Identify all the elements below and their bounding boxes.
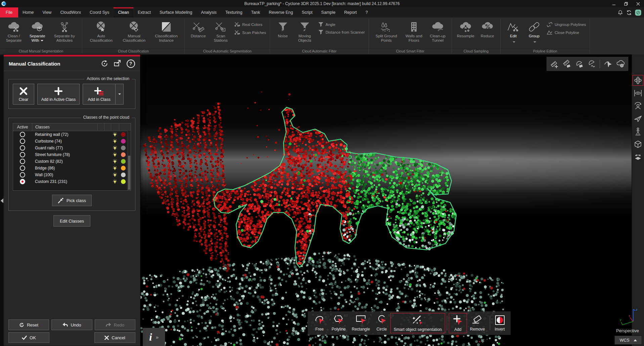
visibility-bulb-icon[interactable]: [113, 139, 117, 144]
add-in-active-class-button[interactable]: Add in Active Class: [37, 84, 80, 105]
tab-cloudworx[interactable]: CloudWorx: [56, 7, 85, 17]
radio-unselected[interactable]: [20, 172, 25, 178]
tab-texturing[interactable]: Texturing: [221, 7, 247, 17]
projection-label[interactable]: Perspective: [612, 328, 643, 333]
tab-clean[interactable]: Clean: [114, 7, 133, 17]
pick-class-button[interactable]: Pick class: [52, 195, 92, 206]
split-ground-points-button[interactable]: Split Ground Points: [371, 19, 401, 43]
look-around-button[interactable]: [633, 101, 643, 111]
class-row[interactable]: Curbstone (74): [13, 138, 131, 145]
radio-unselected[interactable]: [20, 132, 25, 137]
class-row[interactable]: Bridge (86): [13, 165, 131, 171]
constrained-orbit-button[interactable]: [633, 88, 643, 98]
class-row[interactable]: Guard rails (77): [13, 145, 131, 151]
radio-unselected[interactable]: [20, 152, 25, 157]
walk-mode-button[interactable]: [633, 126, 643, 137]
class-row-active[interactable]: Custom 231 (231): [13, 178, 131, 185]
distance-from-scanner-button[interactable]: Distance from Scanner: [318, 30, 365, 35]
moving-objects-button[interactable]: Moving Objects: [293, 19, 316, 43]
group-polylines-button[interactable]: Group: [524, 19, 545, 45]
notifications-bell-icon[interactable]: [617, 10, 623, 15]
edit-classes-button[interactable]: Edit Classes: [53, 215, 90, 227]
class-row[interactable]: Retaining wall (72): [13, 131, 131, 138]
class-color-swatch[interactable]: [121, 179, 126, 184]
tab-home[interactable]: Home: [18, 7, 38, 17]
manual-classification-button[interactable]: Manual Classification: [118, 19, 151, 43]
tab-coord-sys[interactable]: Coord Sys: [85, 7, 114, 17]
noise-button[interactable]: Noise: [272, 19, 293, 39]
turntable-button[interactable]: [633, 152, 643, 162]
tab-script[interactable]: Script: [297, 7, 317, 17]
panel-collapse-arrow[interactable]: [1, 198, 3, 203]
add-in-class-button[interactable]: Add in Class: [83, 84, 116, 105]
pick-polyline-icon[interactable]: [603, 59, 613, 69]
tab-file[interactable]: File: [0, 7, 18, 17]
radio-selected[interactable]: [20, 179, 25, 184]
minimize-button[interactable]: [608, 0, 620, 7]
classification-instance-button[interactable]: Classification Instance: [151, 19, 182, 43]
info-button[interactable]: i »: [143, 328, 165, 346]
wcs-dropdown[interactable]: WCS: [614, 336, 642, 345]
tool-invert[interactable]: Invert: [492, 313, 508, 333]
reset-button[interactable]: Reset: [8, 319, 49, 330]
assistant-icon[interactable]: [635, 9, 641, 16]
undo-button[interactable]: Undo: [51, 319, 92, 330]
angle-filter-button[interactable]: Angle: [318, 22, 365, 27]
visibility-bulb-icon[interactable]: [113, 146, 117, 150]
visibility-bulb-icon[interactable]: [113, 152, 117, 157]
erase-angle-measure-icon[interactable]: [574, 59, 585, 69]
clear-selection-button[interactable]: Clear: [13, 84, 34, 105]
auto-classification-button[interactable]: Auto Classification: [85, 19, 118, 43]
tab-help[interactable]: ?: [361, 7, 372, 17]
erase-distance-measure-icon[interactable]: [561, 59, 572, 69]
tab-view[interactable]: View: [38, 7, 56, 17]
tab-report[interactable]: Report: [340, 7, 361, 17]
expand-info-chevron[interactable]: »: [156, 334, 159, 340]
clean-up-tunnel-button[interactable]: Clean-up Tunnel: [426, 19, 449, 43]
class-row[interactable]: Street furniture (78): [13, 151, 131, 158]
class-color-swatch[interactable]: [121, 132, 126, 137]
tool-free[interactable]: Free: [310, 313, 329, 333]
sync-icon[interactable]: [626, 10, 632, 15]
scan-patches-button[interactable]: Scan Patches: [234, 30, 266, 35]
reset-history-icon[interactable]: [100, 59, 109, 68]
point-cloud-canvas[interactable]: [140, 54, 632, 346]
radio-unselected[interactable]: [20, 159, 25, 164]
tab-sample[interactable]: Sample: [317, 7, 340, 17]
restore-button[interactable]: [620, 0, 632, 7]
scrollbar-thumb[interactable]: [128, 156, 130, 190]
class-row[interactable]: Custom 82 (82): [13, 158, 131, 165]
close-button[interactable]: [632, 0, 644, 7]
add-distance-measure-icon[interactable]: [549, 59, 560, 69]
separate-by-attributes-button[interactable]: Separate by Attributes: [49, 19, 80, 43]
help-icon[interactable]: ?: [126, 59, 135, 68]
tab-surface-modeling[interactable]: Surface Modeling: [155, 7, 197, 17]
cancel-button[interactable]: Cancel: [94, 332, 135, 343]
radio-unselected[interactable]: [20, 145, 25, 151]
tab-tank[interactable]: Tank: [247, 7, 264, 17]
tool-add[interactable]: Add: [449, 313, 467, 333]
detach-panel-icon[interactable]: [113, 59, 122, 68]
class-color-swatch[interactable]: [121, 166, 126, 170]
tool-rectangle[interactable]: Rectangle: [349, 313, 373, 333]
classes-scrollbar[interactable]: [127, 131, 131, 190]
angle-from-curve-measure-icon[interactable]: [586, 59, 597, 69]
add-in-class-dropdown[interactable]: [116, 84, 124, 105]
walls-and-floors-button[interactable]: Walls and Floors: [401, 19, 426, 43]
visibility-bulb-icon[interactable]: [113, 159, 117, 164]
class-color-swatch[interactable]: [121, 146, 126, 150]
visibility-bulb-icon[interactable]: [113, 179, 117, 184]
tab-reverse-eng[interactable]: Reverse Eng: [264, 7, 297, 17]
class-color-swatch[interactable]: [121, 172, 126, 177]
toolbar-more-chevron-icon[interactable]: [480, 339, 485, 345]
radio-unselected[interactable]: [20, 139, 25, 144]
separate-with-button[interactable]: Separate With: [25, 19, 49, 43]
visibility-bulb-icon[interactable]: [113, 166, 117, 170]
orbit-mode-button[interactable]: [633, 75, 643, 85]
clean-separate-button[interactable]: Clean / Separate: [2, 19, 25, 43]
fly-mode-button[interactable]: [633, 114, 643, 124]
tool-smart-object-segmentation[interactable]: Smart object segmentation: [390, 313, 445, 333]
distance-button[interactable]: Distance: [187, 19, 209, 39]
visibility-bulb-icon[interactable]: [113, 172, 117, 177]
visibility-bulb-icon[interactable]: [113, 132, 117, 137]
